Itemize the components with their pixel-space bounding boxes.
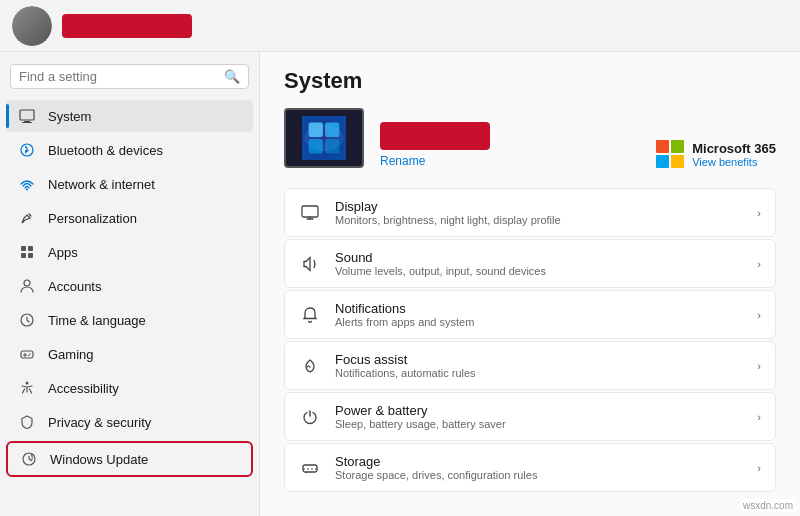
sidebar-item-network[interactable]: Network & internet [6, 168, 253, 200]
main-layout: 🔍 System Bluetooth & devices [0, 52, 800, 516]
system-header: Rename Microsoft 365 View benefits [284, 108, 776, 168]
focus-title: Focus assist [335, 352, 743, 367]
svg-rect-8 [28, 253, 33, 258]
ms365-title: Microsoft 365 [692, 141, 776, 156]
sidebar-label-gaming: Gaming [48, 347, 94, 362]
privacy-icon [18, 413, 36, 431]
sidebar-label-time: Time & language [48, 313, 146, 328]
notifications-chevron: › [757, 309, 761, 321]
svg-point-14 [26, 382, 29, 385]
notifications-title: Notifications [335, 301, 743, 316]
gaming-icon [18, 345, 36, 363]
sidebar-item-accounts[interactable]: Accounts [6, 270, 253, 302]
sidebar-label-accessibility: Accessibility [48, 381, 119, 396]
power-chevron: › [757, 411, 761, 423]
storage-chevron: › [757, 462, 761, 474]
sound-title: Sound [335, 250, 743, 265]
sidebar-item-apps[interactable]: Apps [6, 236, 253, 268]
svg-rect-7 [21, 253, 26, 258]
settings-item-power[interactable]: Power & battery Sleep, battery usage, ba… [284, 392, 776, 441]
sidebar-label-bluetooth: Bluetooth & devices [48, 143, 163, 158]
svg-rect-11 [21, 351, 33, 358]
settings-list: Display Monitors, brightness, night ligh… [284, 188, 776, 492]
settings-item-sound[interactable]: Sound Volume levels, output, input, soun… [284, 239, 776, 288]
sound-text: Sound Volume levels, output, input, soun… [335, 250, 743, 277]
sidebar-item-personalization[interactable]: Personalization [6, 202, 253, 234]
svg-point-9 [24, 280, 30, 286]
sound-icon [299, 253, 321, 275]
username-bar [62, 14, 192, 38]
display-desc: Monitors, brightness, night light, displ… [335, 214, 743, 226]
focus-icon [299, 355, 321, 377]
sidebar-item-windows-update[interactable]: Windows Update [6, 441, 253, 477]
personalization-icon [18, 209, 36, 227]
pc-name-section: Rename [380, 122, 490, 168]
ms365-icon [656, 140, 684, 168]
sidebar-label-accounts: Accounts [48, 279, 101, 294]
sidebar-item-gaming[interactable]: Gaming [6, 338, 253, 370]
display-title: Display [335, 199, 743, 214]
system-icon [18, 107, 36, 125]
notifications-icon [299, 304, 321, 326]
power-title: Power & battery [335, 403, 743, 418]
settings-item-notifications[interactable]: Notifications Alerts from apps and syste… [284, 290, 776, 339]
sidebar-label-privacy: Privacy & security [48, 415, 151, 430]
sidebar-label-network: Network & internet [48, 177, 155, 192]
storage-desc: Storage space, drives, configuration rul… [335, 469, 743, 481]
sound-desc: Volume levels, output, input, sound devi… [335, 265, 743, 277]
svg-rect-5 [21, 246, 26, 251]
windows-update-icon [20, 450, 38, 468]
search-input[interactable] [19, 69, 218, 84]
focus-text: Focus assist Notifications, automatic ru… [335, 352, 743, 379]
search-icon: 🔍 [224, 69, 240, 84]
sidebar-item-accessibility[interactable]: Accessibility [6, 372, 253, 404]
settings-item-display[interactable]: Display Monitors, brightness, night ligh… [284, 188, 776, 237]
storage-icon [299, 457, 321, 479]
svg-point-13 [28, 355, 30, 357]
focus-desc: Notifications, automatic rules [335, 367, 743, 379]
settings-item-focus[interactable]: Focus assist Notifications, automatic ru… [284, 341, 776, 390]
svg-point-12 [29, 353, 31, 355]
sidebar-item-system[interactable]: System [6, 100, 253, 132]
sidebar-item-bluetooth[interactable]: Bluetooth & devices [6, 134, 253, 166]
settings-item-storage[interactable]: Storage Storage space, drives, configura… [284, 443, 776, 492]
sidebar-item-time[interactable]: Time & language [6, 304, 253, 336]
sidebar-item-privacy[interactable]: Privacy & security [6, 406, 253, 438]
search-box[interactable]: 🔍 [10, 64, 249, 89]
display-text: Display Monitors, brightness, night ligh… [335, 199, 743, 226]
svg-point-4 [26, 189, 28, 191]
ms365-section: Microsoft 365 View benefits [656, 140, 776, 168]
ms365-view-benefits[interactable]: View benefits [692, 156, 776, 168]
content-area: System [260, 52, 800, 516]
sidebar-label-system: System [48, 109, 91, 124]
apps-icon [18, 243, 36, 261]
storage-text: Storage Storage space, drives, configura… [335, 454, 743, 481]
top-bar [0, 0, 800, 52]
sound-chevron: › [757, 258, 761, 270]
svg-rect-0 [20, 110, 34, 120]
focus-chevron: › [757, 360, 761, 372]
svg-point-21 [304, 125, 344, 151]
power-icon [299, 406, 321, 428]
display-chevron: › [757, 207, 761, 219]
watermark: wsxdn.com [740, 499, 796, 512]
accessibility-icon [18, 379, 36, 397]
sidebar-label-apps: Apps [48, 245, 78, 260]
svg-rect-22 [302, 206, 318, 217]
svg-point-25 [305, 471, 307, 473]
notifications-desc: Alerts from apps and system [335, 316, 743, 328]
display-icon [299, 202, 321, 224]
page-title: System [284, 68, 776, 94]
svg-rect-6 [28, 246, 33, 251]
network-icon [18, 175, 36, 193]
avatar[interactable] [12, 6, 52, 46]
power-desc: Sleep, battery usage, battery saver [335, 418, 743, 430]
rename-link[interactable]: Rename [380, 154, 490, 168]
ms365-text: Microsoft 365 View benefits [692, 141, 776, 168]
notifications-text: Notifications Alerts from apps and syste… [335, 301, 743, 328]
pc-name-bar [380, 122, 490, 150]
power-text: Power & battery Sleep, battery usage, ba… [335, 403, 743, 430]
accounts-icon [18, 277, 36, 295]
storage-title: Storage [335, 454, 743, 469]
svg-rect-1 [24, 121, 30, 122]
